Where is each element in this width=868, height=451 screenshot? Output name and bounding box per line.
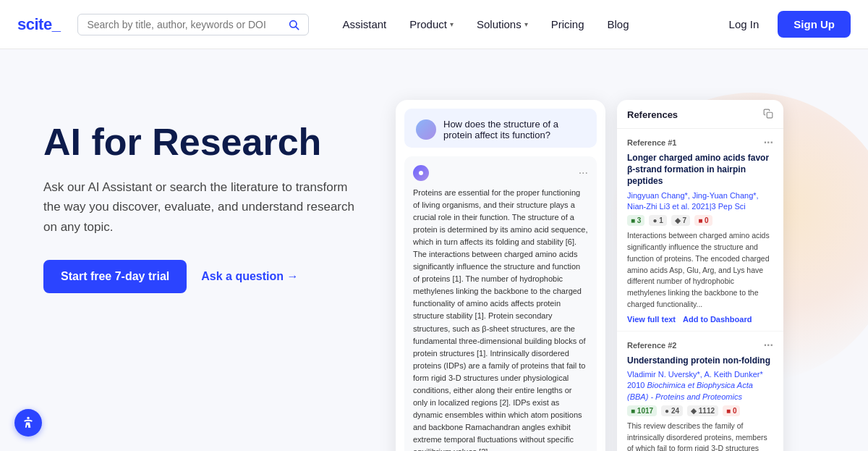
hero-section: AI for Research Ask our AI Assistant or … — [43, 93, 354, 293]
nav-actions: Log In Sign Up — [716, 11, 851, 38]
solutions-chevron-icon: ▾ — [524, 20, 528, 28]
badge-citing-2: ◆ 1112 — [687, 405, 718, 416]
ref-1-title: Longer charged amino acids favor β-stran… — [627, 152, 773, 187]
chat-container: How does the structure of a protein affe… — [396, 100, 605, 451]
svg-rect-5 — [767, 112, 773, 118]
logo[interactable]: scite_ — [17, 15, 60, 34]
ref-1-label: Reference #1 ··· — [627, 136, 773, 149]
ref-1-badges: ■ 3 ● 1 ◆ 7 ■ 0 — [627, 215, 773, 226]
hero-title: AI for Research — [43, 122, 354, 163]
hero-actions: Start free 7-day trial Ask a question → — [43, 260, 354, 293]
reference-item-2: Reference #2 ··· Understanding protein n… — [617, 332, 783, 451]
main-content: AI for Research Ask our AI Assistant or … — [0, 49, 868, 451]
login-button[interactable]: Log In — [716, 12, 773, 36]
search-input[interactable] — [87, 19, 282, 30]
ref-1-description: Interactions between charged amino acids… — [627, 230, 773, 310]
product-chevron-icon: ▾ — [450, 20, 454, 28]
ask-question-button[interactable]: Ask a question → — [201, 270, 298, 283]
chat-ai-message: ··· Proteins are essential for the prope… — [404, 156, 597, 451]
badge-mentioning-2: ● 24 — [661, 405, 683, 416]
ref-1-menu-icon[interactable]: ··· — [764, 136, 773, 149]
ref-2-menu-icon[interactable]: ··· — [764, 339, 773, 352]
badge-supporting: ■ 3 — [627, 215, 644, 226]
ai-icon — [413, 165, 429, 181]
svg-point-6 — [27, 417, 29, 419]
navbar: scite_ Assistant Product ▾ Solutions ▾ P… — [0, 0, 868, 49]
signup-button[interactable]: Sign Up — [778, 11, 851, 38]
copy-icon[interactable] — [763, 109, 773, 121]
ref-1-add-dashboard[interactable]: Add to Dashboard — [683, 315, 752, 324]
ref-1-view-full[interactable]: View full text — [627, 315, 676, 324]
refs-title: References — [627, 109, 678, 120]
badge-citing: ◆ 7 — [671, 215, 690, 226]
reference-item-1: Reference #1 ··· Longer charged amino ac… — [617, 129, 783, 332]
badge-contrasting-2: ■ 0 — [723, 405, 740, 416]
chat-ai-header: ··· — [413, 165, 588, 181]
search-bar[interactable] — [77, 14, 309, 35]
badge-supporting-2: ■ 1017 — [627, 405, 657, 416]
ref-2-label: Reference #2 ··· — [627, 339, 773, 352]
svg-point-2 — [419, 171, 423, 175]
badge-mentioning: ● 1 — [649, 215, 666, 226]
trial-button[interactable]: Start free 7-day trial — [43, 260, 187, 293]
refs-header: References — [617, 100, 783, 129]
ref-2-title: Understanding protein non-folding — [627, 355, 773, 366]
nav-pricing[interactable]: Pricing — [541, 12, 595, 36]
chat-user-text: How does the structure of a protein affe… — [443, 119, 585, 140]
nav-links: Assistant Product ▾ Solutions ▾ Pricing … — [332, 12, 704, 36]
nav-product[interactable]: Product ▾ — [399, 12, 464, 36]
ref-1-actions: View full text Add to Dashboard — [627, 315, 773, 324]
chat-user-message: How does the structure of a protein affe… — [404, 109, 597, 148]
chat-ai-text: Proteins are essential for the proper fu… — [413, 187, 588, 451]
user-avatar — [416, 119, 436, 140]
ref-2-authors: Vladimir N. Uversky*, A. Keith Dunker* 2… — [627, 369, 773, 402]
nav-solutions[interactable]: Solutions ▾ — [467, 12, 538, 36]
accessibility-button[interactable] — [14, 409, 42, 437]
badge-contrasting: ■ 0 — [694, 215, 712, 226]
chat-widget-area: How does the structure of a protein affe… — [354, 93, 825, 451]
ref-2-description: This review describes the family of intr… — [627, 421, 773, 451]
ref-2-badges: ■ 1017 ● 24 ◆ 1112 ■ 0 — [627, 405, 773, 416]
nav-blog[interactable]: Blog — [597, 12, 639, 36]
svg-line-1 — [296, 27, 299, 30]
ref-1-authors: Jingyuan Chang*, Jing-Yuan Chang*, Nian-… — [627, 190, 773, 213]
search-button[interactable] — [288, 19, 299, 30]
chat-menu-icon[interactable]: ··· — [579, 167, 588, 180]
references-panel: References Reference #1 ··· Longer charg… — [617, 100, 783, 451]
hero-subtitle: Ask our AI Assistant or search the liter… — [43, 177, 354, 237]
nav-assistant[interactable]: Assistant — [332, 12, 396, 36]
